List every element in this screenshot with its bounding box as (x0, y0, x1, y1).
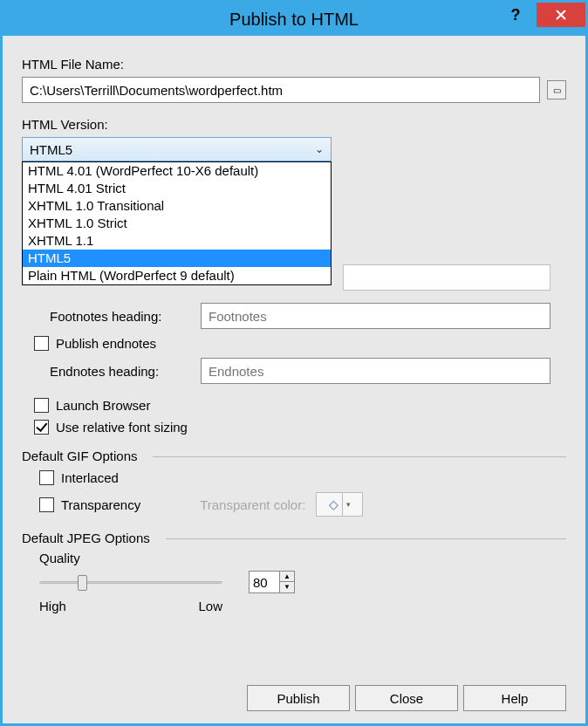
filename-label: HTML File Name: (22, 57, 566, 72)
transparent-color-label: Transparent color: (200, 497, 305, 512)
publish-endnotes-checkbox[interactable] (34, 336, 49, 351)
version-option[interactable]: XHTML 1.1 (23, 232, 331, 250)
slider-thumb[interactable] (78, 575, 87, 591)
chevron-down-icon: ⌄ (315, 143, 324, 155)
interlaced-label: Interlaced (61, 470, 119, 485)
publish-button[interactable]: Publish (247, 685, 350, 711)
endnotes-heading-label: Endnotes heading: (22, 364, 201, 379)
quality-spinner[interactable]: ▲ ▼ (249, 571, 295, 593)
slider-high-label: High (39, 599, 66, 613)
relative-font-label: Use relative font sizing (56, 420, 188, 435)
version-option[interactable]: HTML 4.01 (WordPerfect 10-X6 default) (23, 162, 331, 180)
version-dropdown[interactable]: HTML5 ⌄ HTML 4.01 (WordPerfect 10-X6 def… (22, 137, 332, 161)
titlebar: Publish to HTML ? (3, 3, 585, 36)
close-icon[interactable] (537, 3, 585, 27)
folder-icon: ▭ (553, 86, 561, 95)
help-button[interactable]: Help (463, 685, 566, 711)
version-option[interactable]: XHTML 1.0 Transitional (23, 197, 331, 215)
version-label: HTML Version: (22, 117, 566, 132)
version-option[interactable]: XHTML 1.0 Strict (23, 215, 331, 232)
filename-input[interactable] (22, 77, 540, 103)
slider-track (39, 581, 222, 584)
transparent-color-button[interactable]: ◇ ▾ (316, 492, 363, 517)
version-dropdown-list[interactable]: HTML 4.01 (WordPerfect 10-X6 default)HTM… (22, 161, 332, 285)
titlebar-buttons: ? (495, 3, 585, 36)
transparency-checkbox[interactable] (39, 497, 54, 512)
title-field[interactable] (343, 264, 550, 291)
fill-bucket-icon: ◇ (329, 497, 338, 511)
help-icon[interactable]: ? (495, 3, 537, 27)
quality-slider[interactable] (39, 571, 222, 593)
dialog-footer: Publish Close Help (3, 685, 566, 711)
dropdown-arrow-icon: ▾ (342, 493, 351, 516)
jpeg-options-group: Default JPEG Options (22, 531, 566, 545)
version-selected-text: HTML5 (30, 142, 72, 157)
close-button[interactable]: Close (355, 685, 458, 711)
relative-font-checkbox[interactable] (34, 420, 49, 435)
transparency-label: Transparency (61, 497, 140, 512)
spinner-down-button[interactable]: ▼ (280, 582, 294, 592)
footnotes-heading-label: Footnotes heading: (22, 309, 201, 324)
browse-button[interactable]: ▭ (547, 80, 566, 99)
gif-options-group: Default GIF Options (22, 449, 566, 463)
version-option[interactable]: HTML5 (23, 250, 331, 267)
dialog-content: HTML File Name: ▭ HTML Version: HTML5 ⌄ … (3, 36, 585, 723)
version-option[interactable]: HTML 4.01 Strict (23, 180, 331, 197)
version-dropdown-display[interactable]: HTML5 ⌄ (22, 137, 332, 161)
quality-label: Quality (39, 551, 566, 565)
spinner-up-button[interactable]: ▲ (280, 572, 294, 582)
footnotes-heading-input[interactable] (201, 303, 550, 329)
quality-value-input[interactable] (250, 572, 279, 592)
launch-browser-checkbox[interactable] (34, 398, 49, 413)
endnotes-heading-input[interactable] (201, 358, 550, 384)
slider-low-label: Low (198, 599, 222, 613)
dialog-window: Publish to HTML ? HTML File Name: ▭ HTML… (0, 0, 588, 726)
launch-browser-label: Launch Browser (56, 398, 150, 413)
version-option[interactable]: Plain HTML (WordPerfect 9 default) (23, 267, 331, 284)
publish-endnotes-label: Publish endnotes (56, 336, 156, 351)
interlaced-checkbox[interactable] (39, 470, 54, 485)
